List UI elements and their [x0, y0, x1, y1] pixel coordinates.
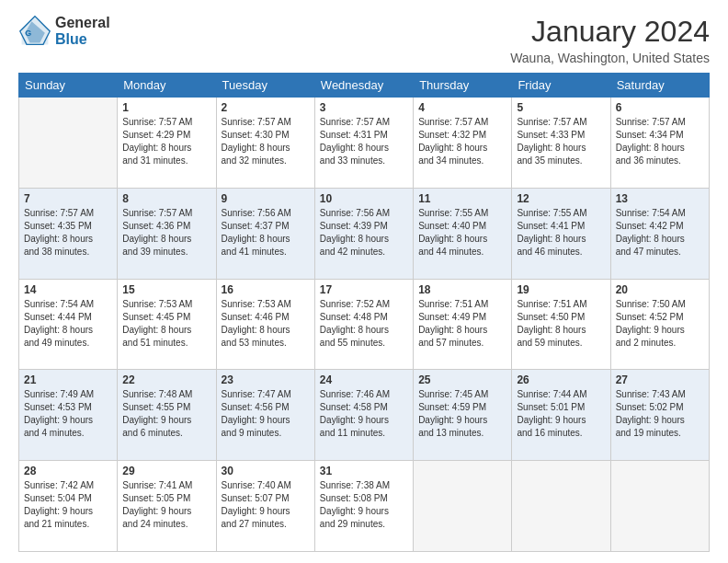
table-row: 26Sunrise: 7:44 AMSunset: 5:01 PMDayligh…: [512, 370, 610, 461]
day-number: 29: [122, 465, 210, 477]
header-monday: Monday: [118, 74, 216, 98]
day-number: 20: [616, 283, 704, 296]
day-info: Sunrise: 7:51 AMSunset: 4:49 PMDaylight:…: [418, 298, 506, 350]
day-info: Sunrise: 7:57 AMSunset: 4:34 PMDaylight:…: [616, 116, 704, 167]
logo-icon: G: [18, 15, 51, 48]
table-row: 23Sunrise: 7:47 AMSunset: 4:56 PMDayligh…: [216, 370, 314, 461]
table-row: 15Sunrise: 7:53 AMSunset: 4:45 PMDayligh…: [118, 279, 216, 370]
table-row: 6Sunrise: 7:57 AMSunset: 4:34 PMDaylight…: [610, 98, 709, 189]
location: Wauna, Washington, United States: [510, 51, 710, 65]
day-info: Sunrise: 7:48 AMSunset: 4:55 PMDaylight:…: [122, 388, 210, 440]
day-number: 19: [517, 283, 605, 296]
day-info: Sunrise: 7:41 AMSunset: 5:05 PMDaylight:…: [122, 479, 210, 531]
table-row: 18Sunrise: 7:51 AMSunset: 4:49 PMDayligh…: [414, 279, 512, 370]
table-row: [610, 461, 709, 552]
table-row: 24Sunrise: 7:46 AMSunset: 4:58 PMDayligh…: [314, 370, 413, 461]
table-row: 9Sunrise: 7:56 AMSunset: 4:37 PMDaylight…: [216, 188, 314, 279]
table-row: 8Sunrise: 7:57 AMSunset: 4:36 PMDaylight…: [118, 188, 216, 279]
calendar-week-row: 7Sunrise: 7:57 AMSunset: 4:35 PMDaylight…: [19, 188, 710, 279]
day-number: 28: [24, 465, 112, 477]
table-row: 3Sunrise: 7:57 AMSunset: 4:31 PMDaylight…: [314, 98, 413, 189]
day-number: 14: [24, 283, 112, 296]
day-info: Sunrise: 7:42 AMSunset: 5:04 PMDaylight:…: [24, 479, 112, 531]
table-row: 25Sunrise: 7:45 AMSunset: 4:59 PMDayligh…: [414, 370, 512, 461]
day-info: Sunrise: 7:51 AMSunset: 4:50 PMDaylight:…: [517, 298, 605, 350]
day-number: 13: [616, 192, 704, 205]
day-number: 30: [222, 465, 310, 477]
calendar-week-row: 14Sunrise: 7:54 AMSunset: 4:44 PMDayligh…: [19, 279, 710, 370]
table-row: 7Sunrise: 7:57 AMSunset: 4:35 PMDaylight…: [19, 188, 118, 279]
calendar-table: Sunday Monday Tuesday Wednesday Thursday…: [18, 73, 710, 552]
day-number: 27: [616, 373, 704, 386]
day-info: Sunrise: 7:55 AMSunset: 4:41 PMDaylight:…: [517, 207, 605, 259]
day-number: 21: [24, 373, 112, 386]
table-row: 16Sunrise: 7:53 AMSunset: 4:46 PMDayligh…: [216, 279, 314, 370]
day-number: 15: [122, 283, 210, 296]
day-number: 2: [222, 101, 310, 114]
day-number: 24: [320, 373, 408, 386]
day-info: Sunrise: 7:57 AMSunset: 4:32 PMDaylight:…: [418, 116, 506, 167]
day-number: 7: [24, 192, 112, 205]
day-info: Sunrise: 7:57 AMSunset: 4:29 PMDaylight:…: [122, 116, 210, 167]
logo: G General Blue: [18, 15, 110, 48]
table-row: 21Sunrise: 7:49 AMSunset: 4:53 PMDayligh…: [19, 370, 118, 461]
day-info: Sunrise: 7:52 AMSunset: 4:48 PMDaylight:…: [320, 298, 408, 350]
day-info: Sunrise: 7:55 AMSunset: 4:40 PMDaylight:…: [418, 207, 506, 259]
table-row: 11Sunrise: 7:55 AMSunset: 4:40 PMDayligh…: [414, 188, 512, 279]
day-info: Sunrise: 7:38 AMSunset: 5:08 PMDaylight:…: [320, 479, 408, 531]
day-info: Sunrise: 7:53 AMSunset: 4:46 PMDaylight:…: [222, 298, 310, 350]
day-info: Sunrise: 7:57 AMSunset: 4:36 PMDaylight:…: [122, 207, 210, 259]
day-info: Sunrise: 7:50 AMSunset: 4:52 PMDaylight:…: [616, 298, 704, 350]
table-row: [414, 461, 512, 552]
header-friday: Friday: [512, 74, 610, 98]
day-number: 1: [122, 101, 210, 114]
table-row: 10Sunrise: 7:56 AMSunset: 4:39 PMDayligh…: [314, 188, 413, 279]
table-row: 31Sunrise: 7:38 AMSunset: 5:08 PMDayligh…: [314, 461, 413, 552]
table-row: [19, 98, 118, 189]
day-info: Sunrise: 7:54 AMSunset: 4:42 PMDaylight:…: [616, 207, 704, 259]
day-number: 11: [418, 192, 506, 205]
table-row: 28Sunrise: 7:42 AMSunset: 5:04 PMDayligh…: [19, 461, 118, 552]
day-info: Sunrise: 7:57 AMSunset: 4:35 PMDaylight:…: [24, 207, 112, 259]
day-info: Sunrise: 7:56 AMSunset: 4:37 PMDaylight:…: [222, 207, 310, 259]
header-sunday: Sunday: [19, 74, 118, 98]
day-number: 25: [418, 373, 506, 386]
day-number: 6: [616, 101, 704, 114]
logo-general: General: [55, 15, 110, 31]
table-row: 30Sunrise: 7:40 AMSunset: 5:07 PMDayligh…: [216, 461, 314, 552]
day-number: 31: [320, 465, 408, 477]
table-row: 1Sunrise: 7:57 AMSunset: 4:29 PMDaylight…: [118, 98, 216, 189]
table-row: 22Sunrise: 7:48 AMSunset: 4:55 PMDayligh…: [118, 370, 216, 461]
day-number: 8: [122, 192, 210, 205]
table-row: 5Sunrise: 7:57 AMSunset: 4:33 PMDaylight…: [512, 98, 610, 189]
table-row: 2Sunrise: 7:57 AMSunset: 4:30 PMDaylight…: [216, 98, 314, 189]
table-row: 29Sunrise: 7:41 AMSunset: 5:05 PMDayligh…: [118, 461, 216, 552]
day-info: Sunrise: 7:57 AMSunset: 4:33 PMDaylight:…: [517, 116, 605, 167]
table-row: 17Sunrise: 7:52 AMSunset: 4:48 PMDayligh…: [314, 279, 413, 370]
table-row: 4Sunrise: 7:57 AMSunset: 4:32 PMDaylight…: [414, 98, 512, 189]
day-info: Sunrise: 7:57 AMSunset: 4:30 PMDaylight:…: [222, 116, 310, 167]
header-saturday: Saturday: [610, 74, 709, 98]
day-info: Sunrise: 7:57 AMSunset: 4:31 PMDaylight:…: [320, 116, 408, 167]
day-info: Sunrise: 7:40 AMSunset: 5:07 PMDaylight:…: [222, 479, 310, 531]
table-row: 19Sunrise: 7:51 AMSunset: 4:50 PMDayligh…: [512, 279, 610, 370]
calendar-header-row: Sunday Monday Tuesday Wednesday Thursday…: [19, 74, 710, 98]
table-row: 13Sunrise: 7:54 AMSunset: 4:42 PMDayligh…: [610, 188, 709, 279]
logo-text: General Blue: [55, 15, 110, 47]
day-number: 16: [222, 283, 310, 296]
day-info: Sunrise: 7:44 AMSunset: 5:01 PMDaylight:…: [517, 388, 605, 440]
month-title: January 2024: [510, 15, 710, 49]
day-number: 26: [517, 373, 605, 386]
day-info: Sunrise: 7:54 AMSunset: 4:44 PMDaylight:…: [24, 298, 112, 350]
day-info: Sunrise: 7:53 AMSunset: 4:45 PMDaylight:…: [122, 298, 210, 350]
day-number: 9: [222, 192, 310, 205]
day-number: 23: [222, 373, 310, 386]
calendar-week-row: 1Sunrise: 7:57 AMSunset: 4:29 PMDaylight…: [19, 98, 710, 189]
day-number: 3: [320, 101, 408, 114]
calendar-week-row: 21Sunrise: 7:49 AMSunset: 4:53 PMDayligh…: [19, 370, 710, 461]
title-area: January 2024 Wauna, Washington, United S…: [510, 15, 710, 65]
day-info: Sunrise: 7:46 AMSunset: 4:58 PMDaylight:…: [320, 388, 408, 440]
table-row: 20Sunrise: 7:50 AMSunset: 4:52 PMDayligh…: [610, 279, 709, 370]
table-row: 14Sunrise: 7:54 AMSunset: 4:44 PMDayligh…: [19, 279, 118, 370]
table-row: 12Sunrise: 7:55 AMSunset: 4:41 PMDayligh…: [512, 188, 610, 279]
